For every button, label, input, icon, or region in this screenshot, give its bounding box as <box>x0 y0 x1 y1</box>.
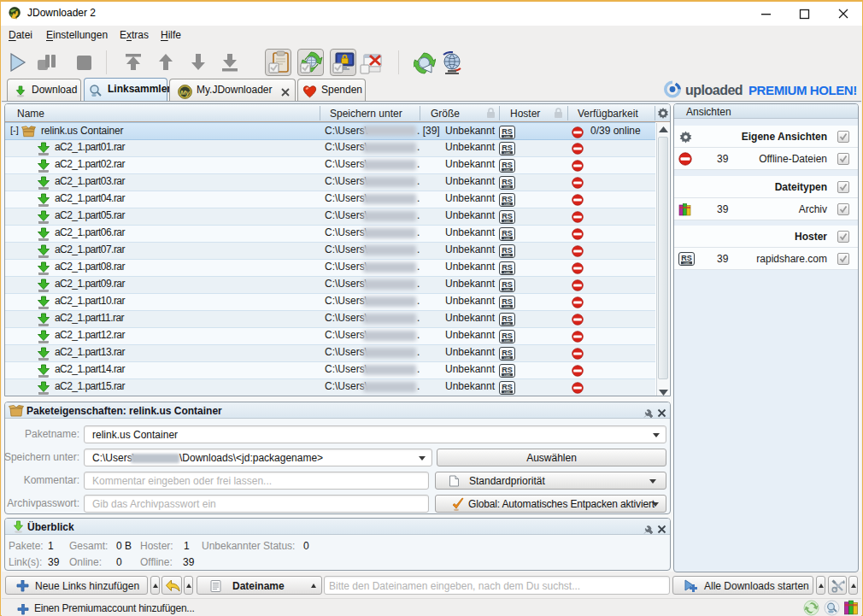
svg-text:com: com <box>504 237 510 240</box>
svg-text:com: com <box>504 373 510 377</box>
svg-text:com: com <box>504 151 510 155</box>
svg-text:My: My <box>180 89 191 97</box>
svg-text:com: com <box>504 271 510 274</box>
svg-text:com: com <box>504 135 510 138</box>
svg-text:RS: RS <box>502 229 513 238</box>
svg-text:uploaded: uploaded <box>685 83 743 97</box>
svg-text:RS: RS <box>502 144 513 152</box>
svg-text:RS: RS <box>502 280 513 289</box>
svg-text:com: com <box>504 339 510 343</box>
svg-text:com: com <box>504 202 510 206</box>
svg-text:RS: RS <box>502 314 513 323</box>
svg-text:RS: RS <box>502 246 513 255</box>
svg-text:RS: RS <box>502 297 513 306</box>
svg-text:RS: RS <box>502 366 513 374</box>
svg-text:RS: RS <box>502 195 513 203</box>
svg-text:RS: RS <box>502 331 513 340</box>
svg-text:RS: RS <box>502 263 513 272</box>
svg-text:com: com <box>684 261 690 265</box>
svg-text:com: com <box>504 254 510 257</box>
svg-text:com: com <box>504 356 510 360</box>
svg-text:RS: RS <box>502 161 513 169</box>
svg-text:RS: RS <box>502 383 513 391</box>
svg-text:com: com <box>504 168 510 172</box>
svg-text:com: com <box>504 322 510 326</box>
svg-text:RS: RS <box>502 212 513 220</box>
svg-text:RS: RS <box>681 254 692 262</box>
svg-text:RS: RS <box>502 349 513 357</box>
svg-text:com: com <box>504 390 510 394</box>
svg-text:com: com <box>504 288 510 291</box>
svg-text:RS: RS <box>502 178 513 186</box>
svg-text:com: com <box>504 185 510 189</box>
svg-text:com: com <box>504 220 510 223</box>
svg-text:RS: RS <box>502 127 513 136</box>
svg-text:PREMIUM HOLEN!: PREMIUM HOLEN! <box>749 83 857 97</box>
svg-text:com: com <box>504 305 510 308</box>
